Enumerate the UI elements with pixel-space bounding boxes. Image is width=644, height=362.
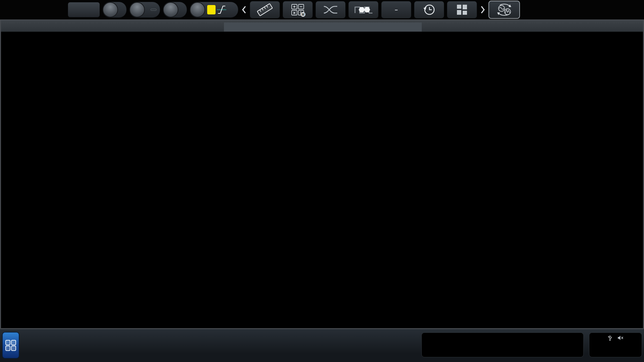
counter-button[interactable] (348, 1, 378, 18)
measure-button[interactable] (250, 1, 280, 18)
acquisition-pill[interactable] (129, 2, 160, 18)
xy-mode-button[interactable] (315, 1, 346, 18)
counter-hexagons-icon (353, 3, 374, 16)
collapse-toolbar-chevron[interactable] (242, 5, 246, 14)
message-area (421, 333, 584, 357)
waveform-view-header (1, 20, 643, 32)
stop-run-button[interactable] (381, 1, 411, 18)
history-button[interactable] (414, 1, 444, 18)
trigger-icon (190, 2, 205, 17)
chevron-right-icon (480, 5, 485, 14)
acquisition-icon (129, 2, 145, 17)
svg-text:M: M (302, 13, 304, 16)
bottom-status-bar (0, 329, 644, 362)
xy-curves-icon (322, 2, 339, 17)
delay-pill[interactable] (163, 2, 187, 18)
expand-toolbar-chevron[interactable] (480, 5, 485, 14)
waveform-overview-strip[interactable] (224, 22, 422, 32)
speaker-muted-icon (617, 335, 624, 341)
top-toolbar: M (0, 0, 644, 19)
mode-switch-button[interactable] (488, 1, 520, 19)
ruler-icon (255, 2, 274, 17)
stop-run-label (395, 9, 398, 11)
windows-grid-icon (456, 4, 468, 15)
status-icons-row (589, 335, 642, 341)
horizontal-icon (103, 2, 118, 17)
math-operations-icon: M (289, 2, 306, 17)
usb-icon (607, 335, 612, 341)
waveform-display-grid[interactable] (0, 32, 644, 329)
rising-edge-icon (217, 4, 227, 15)
main-menu-button[interactable] (2, 332, 19, 359)
scope-mode-switch-icon (494, 3, 514, 17)
overview-sine-preview (224, 22, 422, 32)
math-button[interactable]: M (283, 1, 313, 18)
trigger-pill[interactable] (190, 2, 238, 18)
horizontal-scale-pill[interactable] (103, 2, 127, 18)
trigger-status-button[interactable] (68, 2, 100, 17)
run-label (395, 10, 398, 11)
chevron-left-icon (242, 5, 246, 14)
trigger-source-badge (207, 5, 216, 14)
datetime-status-box[interactable] (589, 333, 642, 357)
memory-depth-box (151, 9, 157, 11)
delay-icon (163, 2, 178, 17)
menu-grid-icon (5, 339, 16, 351)
history-clock-icon (421, 3, 437, 17)
windows-layout-button[interactable] (447, 1, 477, 18)
